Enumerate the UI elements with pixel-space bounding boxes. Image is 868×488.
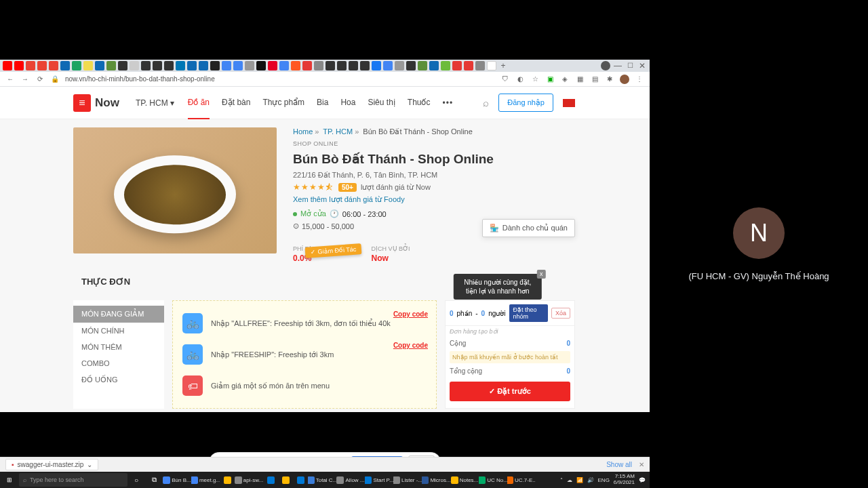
tab-favicon[interactable] xyxy=(245,61,254,70)
tab-favicon[interactable] xyxy=(26,61,35,70)
tab-favicon[interactable] xyxy=(337,61,347,70)
notifications-icon[interactable]: 💬 xyxy=(639,477,646,483)
taskbar-app[interactable]: Bún B... xyxy=(163,473,191,487)
tab-favicon[interactable] xyxy=(14,61,24,70)
foody-reviews-link[interactable]: Xem thêm lượt đánh giá từ Foody xyxy=(293,195,405,204)
tab-favicon[interactable] xyxy=(187,61,197,70)
tray-icon[interactable]: 📶 xyxy=(576,477,583,483)
close-button[interactable]: ✕ xyxy=(637,61,647,70)
tab-favicon[interactable] xyxy=(268,61,277,70)
taskbar-app[interactable]: Lister -... xyxy=(393,473,422,487)
taskbar-search[interactable]: ⌕ Type here to search xyxy=(19,473,127,487)
nav-market[interactable]: Siêu thị xyxy=(368,87,395,119)
group-order-button[interactable]: Đặt theo nhóm xyxy=(509,304,548,322)
url-text[interactable]: now.vn/ho-chi-minh/bun-bo-dat-thanh-shop… xyxy=(65,75,495,83)
download-item[interactable]: ▪ swagger-ui-master.zip ⌄ xyxy=(5,459,98,470)
tab-favicon[interactable] xyxy=(302,61,312,70)
tab-favicon[interactable] xyxy=(37,61,47,70)
taskbar-app[interactable]: Micros... xyxy=(422,473,450,487)
tab-favicon[interactable] xyxy=(383,61,393,70)
taskbar-app[interactable]: api-sw... xyxy=(235,473,263,487)
cat-extra[interactable]: MÓN THÊM xyxy=(73,339,164,355)
cat-main[interactable]: MÓN CHÍNH xyxy=(73,323,164,339)
nav-booking[interactable]: Đặt bàn xyxy=(222,87,250,119)
taskbar-clock[interactable]: 7:15 AM 6/9/2021 xyxy=(614,474,635,486)
profile-avatar[interactable] xyxy=(620,75,629,84)
forward-button[interactable]: → xyxy=(20,75,30,84)
tab-favicon[interactable] xyxy=(441,61,450,70)
tab-favicon[interactable] xyxy=(464,61,473,70)
nav-food[interactable]: Đồ ăn xyxy=(188,87,210,119)
cat-drinks[interactable]: ĐỒ UỐNG xyxy=(73,371,164,388)
ext-icon[interactable]: ⛉ xyxy=(500,75,510,84)
tab-favicon[interactable] xyxy=(130,61,139,70)
taskbar-app[interactable]: UC.7-E... xyxy=(507,473,536,487)
ext-icon[interactable]: ▤ xyxy=(590,75,599,84)
taskbar-app[interactable]: Total C... xyxy=(308,473,336,487)
star-icon[interactable]: ☆ xyxy=(530,75,540,84)
city-selector[interactable]: TP. HCM ▾ xyxy=(136,98,174,108)
tab-favicon[interactable] xyxy=(222,61,231,70)
tab-favicon[interactable] xyxy=(210,61,220,70)
tray-icon[interactable]: ☁ xyxy=(567,477,572,483)
preorder-button[interactable]: ✓ Đặt trước xyxy=(450,382,570,401)
nav-pharma[interactable]: Thuốc xyxy=(408,87,431,119)
taskbar-app[interactable]: meet.g... xyxy=(191,473,220,487)
tab-favicon[interactable] xyxy=(49,61,58,70)
nav-grocery[interactable]: Thực phẩm xyxy=(262,87,304,119)
tab-favicon[interactable] xyxy=(429,61,439,70)
start-button[interactable]: ⊞ xyxy=(0,472,19,488)
tab-favicon[interactable] xyxy=(153,61,162,70)
ext-icon[interactable]: ◈ xyxy=(560,75,570,84)
tab-favicon[interactable] xyxy=(106,61,116,70)
copy-code-button[interactable]: Copy code xyxy=(393,342,428,349)
crumb-city[interactable]: TP. HCM xyxy=(323,127,353,136)
tab-favicon[interactable] xyxy=(199,61,208,70)
taskbar-app[interactable]: Notes... xyxy=(450,473,479,487)
taskbar-app[interactable]: Allow ... xyxy=(336,473,365,487)
taskview-icon[interactable]: ⧉ xyxy=(145,473,163,487)
taskbar-app[interactable]: Start P... xyxy=(365,473,393,487)
nav-beer[interactable]: Bia xyxy=(317,87,328,119)
tray-volume-icon[interactable]: 🔊 xyxy=(587,477,594,483)
tab-favicon[interactable] xyxy=(395,61,404,70)
ext-icon[interactable]: ◐ xyxy=(515,75,525,84)
nav-more[interactable]: ••• xyxy=(443,87,454,119)
close-downloads-icon[interactable]: ✕ xyxy=(639,461,644,468)
tab-favicon[interactable] xyxy=(452,61,462,70)
maximize-button[interactable]: ☐ xyxy=(625,61,635,70)
tab-favicon[interactable] xyxy=(72,61,81,70)
tab-favicon[interactable] xyxy=(291,61,300,70)
ext-icon[interactable]: ▦ xyxy=(575,75,585,84)
tab-favicon[interactable] xyxy=(256,61,266,70)
tab-favicon[interactable] xyxy=(279,61,289,70)
tooltip-close-icon[interactable]: x xyxy=(537,270,546,279)
brand-name[interactable]: Now xyxy=(95,96,119,110)
tab-favicon[interactable] xyxy=(487,61,496,70)
login-button[interactable]: Đăng nhập xyxy=(498,94,553,112)
profile-icon[interactable] xyxy=(601,61,610,70)
tab-favicon[interactable] xyxy=(3,61,12,70)
clear-cart-button[interactable]: Xóa xyxy=(551,308,570,319)
owner-button[interactable]: 🏪 Dành cho chủ quán xyxy=(482,219,575,237)
tab-favicon[interactable] xyxy=(475,61,485,70)
minimize-button[interactable]: — xyxy=(613,61,623,70)
new-tab-button[interactable]: + xyxy=(498,61,508,70)
tab-favicon[interactable] xyxy=(406,61,416,70)
search-icon[interactable]: ⌕ xyxy=(483,97,489,108)
extensions-icon[interactable]: ✱ xyxy=(605,75,614,84)
tab-favicon[interactable] xyxy=(60,61,70,70)
tab-favicon[interactable] xyxy=(360,61,370,70)
tab-favicon[interactable] xyxy=(372,61,381,70)
taskbar-app[interactable] xyxy=(293,473,308,487)
back-button[interactable]: ← xyxy=(5,75,15,84)
taskbar-app[interactable] xyxy=(278,473,293,487)
tab-favicon[interactable] xyxy=(118,61,127,70)
copy-code-button[interactable]: Copy code xyxy=(393,310,428,318)
taskbar-app[interactable]: UC No... xyxy=(479,473,507,487)
tray-lang[interactable]: ENG xyxy=(598,477,610,483)
tab-favicon[interactable] xyxy=(418,61,427,70)
tab-favicon[interactable] xyxy=(349,61,358,70)
taskbar-app[interactable] xyxy=(220,473,235,487)
menu-icon[interactable]: ⋮ xyxy=(635,75,644,84)
